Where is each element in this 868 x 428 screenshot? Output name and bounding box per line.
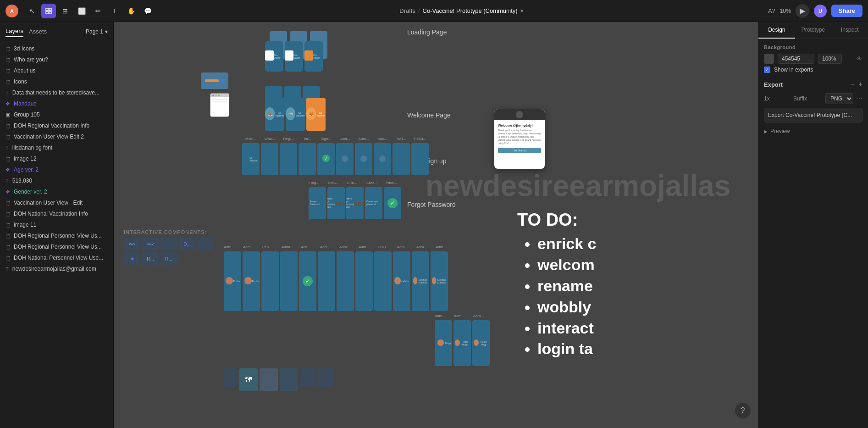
frame-icon: ⬚ [6, 46, 10, 52]
topbar-center: Drafts / Co-Vaccine! Prototype (Communit… [159, 7, 764, 14]
svg-rect-0 [46, 8, 48, 11]
export-minus-btn[interactable]: − [850, 80, 854, 89]
main-layout: Layers Assets Page 1 ▾ ⬚3d Icons ⬚Who ar… [0, 22, 868, 428]
ap-label: A? [768, 7, 775, 14]
layer-doh-reg-personnel-1[interactable]: ⬚DOH Regional Personnel View Us... [0, 230, 113, 241]
pen-tool[interactable]: ✏ [91, 4, 105, 18]
design-tab[interactable]: Design [758, 22, 795, 39]
user-avatar: A [6, 5, 18, 17]
small-mockup-group [201, 72, 228, 89]
comment-tool[interactable]: 💬 [140, 4, 155, 18]
layer-list: ⬚3d Icons ⬚Who are you? ⬚About us ⬚Icons… [0, 41, 113, 428]
layer-group-105[interactable]: ▣Group 105 [0, 109, 113, 120]
layers-tab[interactable]: Layers [6, 26, 23, 37]
layer-513030[interactable]: T513,030 [0, 175, 113, 186]
layer-who-are-you[interactable]: ⬚Who are you? [0, 54, 113, 65]
admin-thumbs-row2: Adm... Adm... Adm... Hogg Rupin Hogg Rup… [435, 320, 490, 366]
frame-icon: ⬚ [6, 68, 10, 74]
show-exports-checkbox[interactable]: ✓ [764, 67, 770, 73]
layer-ilisdanan[interactable]: Tilisdanan og font [0, 142, 113, 153]
sidebar-tabs: Layers Assets Page 1 ▾ [0, 22, 113, 41]
layer-image11[interactable]: ⬚image 11 [0, 219, 113, 230]
show-in-exports-row: ✓ Show in exports [764, 67, 862, 73]
page-select[interactable]: Page 1 ▾ [86, 28, 108, 35]
frame-icon: ⬚ [6, 200, 10, 206]
canvas-inner: Loa... Loa... Loa... Loading Page Welcom… [114, 22, 758, 428]
hand-tool[interactable]: ✋ [124, 4, 138, 18]
text-icon: T [6, 178, 9, 183]
prototype-tab[interactable]: Prototype [795, 22, 832, 39]
canvas[interactable]: Loa... Loa... Loa... Loading Page Welcom… [114, 22, 758, 428]
breadcrumb-sep: / [418, 7, 420, 14]
export-more-btn[interactable]: ⋯ [856, 95, 862, 102]
project-name: Co-Vaccine! Prototype (Community) [423, 7, 518, 14]
help-button[interactable]: ? [735, 402, 751, 419]
bg-visibility-toggle[interactable]: 👁 [856, 55, 862, 62]
preview-row[interactable]: ▶ Preview [764, 128, 862, 134]
drafts-link[interactable]: Drafts [399, 7, 415, 14]
welcome-mockup: Welcome @jimmydaly! Thank you for joinin… [494, 109, 545, 169]
shape-tool[interactable]: ⬜ [74, 4, 89, 18]
export-plus-btn[interactable]: + [858, 80, 862, 89]
topbar-right: A? 10% ▶ U Share [768, 4, 862, 18]
svg-rect-1 [49, 8, 51, 11]
small-mockup-frame [210, 93, 229, 117]
layer-doh-regional[interactable]: ⬚DOH Regional Vaccination Info [0, 120, 113, 131]
bg-opacity-input[interactable] [818, 54, 842, 64]
share-button[interactable]: Share [831, 5, 862, 17]
admin-thumbs: Adm... Adm... Pen... Admi... Acc... Adm.… [224, 251, 448, 311]
layer-image12[interactable]: ⬚image 12 [0, 153, 113, 164]
assets-tab[interactable]: Assets [29, 26, 47, 37]
background-section-title: Background [764, 44, 862, 50]
play-button[interactable]: ▶ [796, 4, 809, 18]
topbar-left: A ↖ ⊞ ⬜ ✏ T ✋ 💬 [6, 4, 155, 18]
frame-icon: ⬚ [6, 233, 10, 239]
loading-page-label: Loading Page [407, 28, 447, 36]
preview-label: Preview [770, 128, 790, 134]
layer-icons[interactable]: ⬚Icons [0, 76, 113, 87]
interactive-components-label: INTERACTIVE COMPONENTS: [124, 229, 207, 235]
frame-icon: ⬚ [6, 156, 10, 162]
logged-in-avatar: U [814, 5, 827, 17]
layer-doh-reg-personnel-2[interactable]: ⬚DOH Regional Personnel View Us... [0, 241, 113, 252]
text-tool[interactable]: T [107, 4, 122, 18]
topbar: A ↖ ⊞ ⬜ ✏ T ✋ 💬 Drafts / Co-Vaccine! Pro… [0, 0, 868, 22]
layer-mandaue[interactable]: ❖Mandaue [0, 98, 113, 109]
export-button[interactable]: Export Co-Vaccine! Prototype (C... [764, 108, 862, 122]
cursor-tool[interactable]: ↖ [25, 4, 39, 18]
bg-color-hex-input[interactable] [778, 54, 814, 64]
project-chevron[interactable]: ▾ [520, 7, 524, 14]
layer-vacc-user-edit[interactable]: ⬚Vaccination User View - Edit [0, 197, 113, 208]
component-icon: ❖ [6, 189, 10, 195]
export-format-select[interactable]: PNG JPG SVG PDF [825, 93, 853, 104]
todo-list: enrick c welcom rename wobbly interact l… [517, 233, 597, 360]
layer-data-stored[interactable]: TData that needs to be stored/save... [0, 87, 113, 98]
layer-age-ver2[interactable]: ❖Age ver. 2 [0, 164, 113, 175]
layer-doh-national-vacc[interactable]: ⬚DOH National Vaccination Info [0, 208, 113, 219]
bg-color-swatch[interactable] [764, 54, 774, 64]
forgot-password-label: Forgot Password [407, 201, 456, 208]
right-panel-content: Background 👁 ✓ Show in exports Export [758, 39, 868, 428]
interactive-components: Co-V Co-V D... ❖ R... R... [124, 238, 216, 265]
frame-icon: ⬚ [6, 244, 10, 250]
todo-title: TO DO: [517, 210, 597, 230]
layer-gender-ver2[interactable]: ❖Gender ver. 2 [0, 186, 113, 197]
suffix-label: Suffix [778, 95, 823, 102]
inspect-tab[interactable]: Inspect [831, 22, 868, 39]
forgot-pw-thumbs: Forg... SMS... E-m... Crea... Pass... Fo… [309, 187, 401, 219]
layer-about-us[interactable]: ⬚About us [0, 65, 113, 76]
layer-newdesire[interactable]: Tnewdesireearmojallas@gmail.com [0, 263, 113, 274]
show-exports-label: Show in exports [774, 67, 813, 73]
frame-icon: ⬚ [6, 57, 10, 63]
layer-doh-nat-personnel[interactable]: ⬚DOH National Personnel View Use... [0, 252, 113, 263]
right-panel-tabs: Design Prototype Inspect [758, 22, 868, 39]
zoom-level[interactable]: 10% [780, 8, 791, 14]
layer-vacc-user-edit2[interactable]: ⬚Vaccination User View Edit 2 [0, 131, 113, 142]
layer-3d-icons[interactable]: ⬚3d Icons [0, 43, 113, 54]
export-section: Export − + 1x Suffix PNG JPG SVG PDF [764, 80, 862, 122]
todo-area: TO DO: enrick c welcom rename wobbly int… [517, 210, 597, 360]
frame-tool[interactable]: ⊞ [58, 4, 72, 18]
export-controls-row: 1x Suffix PNG JPG SVG PDF ⋯ [764, 93, 862, 104]
component-icon: ❖ [6, 167, 10, 173]
move-tool[interactable] [41, 4, 56, 18]
